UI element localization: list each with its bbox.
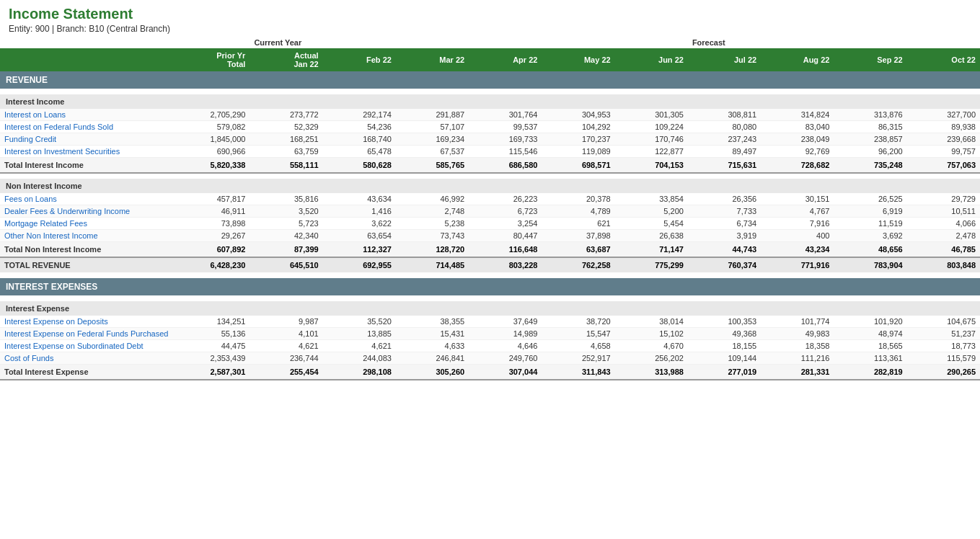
total-jul: 44,743 [688, 242, 761, 258]
row-prior: 2,353,439 [177, 352, 250, 365]
interest-income-label: Interest Income [0, 94, 980, 109]
row-aug: 238,049 [761, 133, 834, 146]
total-non-interest-income-row: Total Non Interest Income 607,892 87,399… [0, 242, 980, 258]
row-jun: 301,305 [615, 109, 688, 121]
row-jan: 9,987 [250, 316, 322, 328]
row-apr: 99,537 [469, 121, 542, 133]
current-year-label: Current Year [250, 37, 614, 48]
table-row: Cost of Funds 2,353,439 236,744 244,083 … [0, 352, 980, 365]
row-jun: 5,454 [615, 218, 688, 230]
row-jun: 170,746 [615, 133, 688, 146]
row-sep: 11,519 [834, 218, 906, 230]
total-revenue-label: TOTAL REVENUE [0, 257, 177, 272]
row-oct: 2,478 [907, 230, 980, 242]
total-oct: 290,265 [907, 365, 980, 380]
total-sep: 48,656 [834, 242, 906, 258]
total-jun: 71,147 [615, 242, 688, 258]
row-jul: 7,733 [688, 205, 761, 218]
forecast-label: Forecast [688, 37, 980, 48]
row-jul: 237,243 [688, 133, 761, 146]
row-jan: 5,723 [250, 218, 322, 230]
row-apr: 14,989 [469, 328, 542, 340]
total-interest-expense-row: Total Interest Expense 2,587,301 255,454… [0, 365, 980, 380]
row-sep: 86,315 [834, 121, 906, 133]
revenue-label: REVENUE [0, 71, 980, 89]
row-jun: 4,670 [615, 340, 688, 352]
total-apr: 116,648 [469, 242, 542, 258]
row-prior: 46,911 [177, 205, 250, 218]
interest-expense-header: Interest Expense [0, 301, 980, 316]
row-jun: 33,854 [615, 193, 688, 205]
row-mar: 38,355 [396, 316, 469, 328]
interest-expenses-label: INTEREST EXPENSES [0, 278, 980, 295]
row-aug: 83,040 [761, 121, 834, 133]
row-feb: 35,520 [323, 316, 396, 328]
row-jun: 38,014 [615, 316, 688, 328]
row-feb: 65,478 [323, 146, 396, 158]
row-aug: 7,916 [761, 218, 834, 230]
revenue-section-header: REVENUE [0, 71, 980, 89]
row-prior: 29,267 [177, 230, 250, 242]
row-jan: 168,251 [250, 133, 322, 146]
row-sep: 6,919 [834, 205, 906, 218]
col-header-label [0, 48, 177, 71]
row-jun: 26,638 [615, 230, 688, 242]
total-jul: 277,019 [688, 365, 761, 380]
spacer [0, 173, 980, 179]
total-revenue-may: 762,258 [542, 257, 614, 272]
total-oct: 757,063 [907, 158, 980, 174]
row-may: 4,658 [542, 340, 614, 352]
table-row: Interest Expense on Subordinated Debt 44… [0, 340, 980, 352]
spacer [0, 272, 980, 278]
total-prior: 2,587,301 [177, 365, 250, 380]
row-sep: 238,857 [834, 133, 906, 146]
total-jun: 704,153 [615, 158, 688, 174]
row-mar: 291,887 [396, 109, 469, 121]
col-header-jun: Jun 22 [615, 48, 688, 71]
row-label: Interest Expense on Federal Funds Purcha… [0, 328, 177, 340]
row-mar: 5,238 [396, 218, 469, 230]
row-prior: 134,251 [177, 316, 250, 328]
row-may: 37,898 [542, 230, 614, 242]
row-jul: 308,811 [688, 109, 761, 121]
row-oct: 51,237 [907, 328, 980, 340]
row-label: Fees on Loans [0, 193, 177, 205]
interest-expense-label: Interest Expense [0, 301, 980, 316]
row-jul: 100,353 [688, 316, 761, 328]
row-oct: 18,773 [907, 340, 980, 352]
row-prior: 579,082 [177, 121, 250, 133]
total-revenue-row: TOTAL REVENUE 6,428,230 645,510 692,955 … [0, 257, 980, 272]
row-sep: 96,200 [834, 146, 906, 158]
row-apr: 26,223 [469, 193, 542, 205]
row-mar: 73,743 [396, 230, 469, 242]
row-apr: 37,649 [469, 316, 542, 328]
total-mar: 128,720 [396, 242, 469, 258]
total-revenue-jan: 645,510 [250, 257, 322, 272]
row-jan: 63,759 [250, 146, 322, 158]
row-feb: 3,622 [323, 218, 396, 230]
row-jul: 80,080 [688, 121, 761, 133]
total-may: 63,687 [542, 242, 614, 258]
page-header: Income Statement Entity: 900 | Branch: B… [0, 0, 980, 37]
row-jul: 49,368 [688, 328, 761, 340]
total-feb: 112,327 [323, 242, 396, 258]
row-apr: 169,733 [469, 133, 542, 146]
row-label: Interest on Loans [0, 109, 177, 121]
total-sep: 282,819 [834, 365, 906, 380]
row-aug: 111,216 [761, 352, 834, 365]
row-feb: 63,654 [323, 230, 396, 242]
spacer [0, 89, 980, 94]
row-mar: 169,234 [396, 133, 469, 146]
interest-income-header: Interest Income [0, 94, 980, 109]
row-prior: 44,475 [177, 340, 250, 352]
row-jul: 89,497 [688, 146, 761, 158]
row-feb: 13,885 [323, 328, 396, 340]
row-mar: 15,431 [396, 328, 469, 340]
row-feb: 244,083 [323, 352, 396, 365]
col-header-sep: Sep 22 [834, 48, 906, 71]
row-apr: 3,254 [469, 218, 542, 230]
row-aug: 101,774 [761, 316, 834, 328]
total-feb: 580,628 [323, 158, 396, 174]
row-label: Interest Expense on Subordinated Debt [0, 340, 177, 352]
total-label: Total Interest Expense [0, 365, 177, 380]
